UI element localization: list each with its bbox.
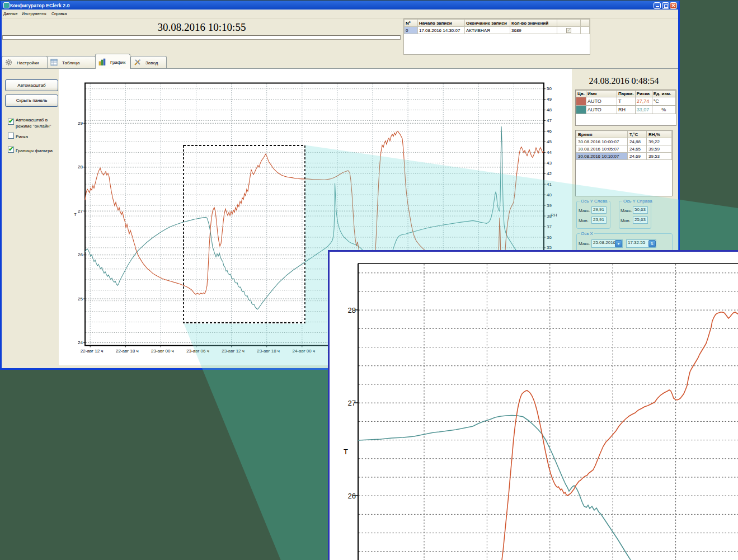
svg-text:24: 24	[78, 340, 83, 345]
svg-text:42: 42	[547, 171, 552, 176]
svg-text:25: 25	[78, 297, 83, 302]
svg-text:22-авг 18 ч: 22-авг 18 ч	[116, 349, 139, 354]
svg-text:27: 27	[348, 399, 356, 407]
svg-text:49: 49	[547, 97, 552, 102]
svg-text:37: 37	[547, 224, 552, 229]
svg-text:46: 46	[547, 129, 552, 134]
svg-text:47: 47	[547, 118, 552, 123]
svg-text:26: 26	[78, 252, 83, 257]
svg-text:29: 29	[78, 121, 83, 126]
svg-text:23-авг 18 ч: 23-авг 18 ч	[257, 349, 280, 354]
svg-text:23-авг 12 ч: 23-авг 12 ч	[222, 349, 245, 354]
svg-text:44: 44	[547, 150, 552, 155]
svg-text:24-авг 00 ч: 24-авг 00 ч	[292, 349, 315, 354]
svg-text:36: 36	[547, 235, 552, 240]
svg-text:41: 41	[547, 182, 552, 187]
svg-text:27: 27	[78, 209, 83, 214]
svg-text:23-авг 00 ч: 23-авг 00 ч	[151, 349, 174, 354]
svg-text:39: 39	[547, 203, 552, 208]
svg-text:T: T	[74, 212, 77, 217]
svg-text:45: 45	[547, 139, 552, 144]
svg-text:RH: RH	[551, 213, 557, 218]
svg-text:T: T	[344, 448, 348, 456]
svg-text:40: 40	[547, 192, 552, 197]
svg-text:26: 26	[348, 492, 356, 500]
svg-text:50: 50	[547, 86, 552, 91]
svg-text:22-авг 12 ч: 22-авг 12 ч	[81, 349, 104, 354]
svg-text:28: 28	[78, 164, 83, 170]
svg-text:48: 48	[547, 107, 552, 112]
svg-text:28: 28	[348, 306, 356, 314]
svg-text:23-авг 06 ч: 23-авг 06 ч	[186, 349, 209, 354]
svg-text:43: 43	[547, 161, 552, 166]
